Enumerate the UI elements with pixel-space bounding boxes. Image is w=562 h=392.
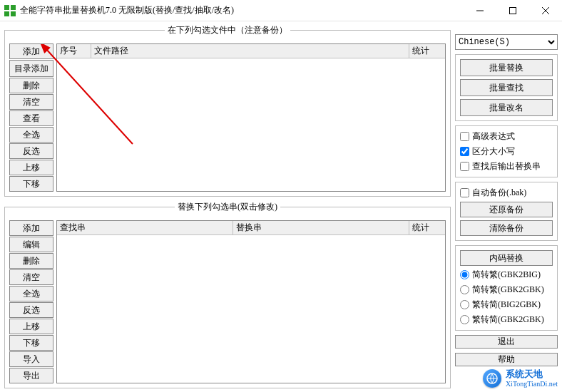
- main-actions-group: 批量替换 批量查找 批量改名: [455, 54, 558, 121]
- enc-gbk2big-input[interactable]: [460, 270, 469, 279]
- clear-backup-button[interactable]: 清除备份: [460, 220, 553, 236]
- strings-col-stat[interactable]: 统计: [409, 221, 445, 234]
- maximize-button[interactable]: [496, 0, 529, 21]
- strings-import-button[interactable]: 导入: [9, 351, 53, 367]
- enc-gbk2big-radio[interactable]: 简转繁(GBK2BIG): [460, 269, 553, 281]
- files-col-seq[interactable]: 序号: [57, 44, 91, 58]
- strings-move-up-button[interactable]: 上移: [9, 319, 53, 334]
- watermark-line2: XiTongTianDi.net: [506, 380, 558, 388]
- exit-help-row: 退出 帮助: [455, 335, 558, 366]
- adv-regex-checkbox[interactable]: 高级表达式: [460, 130, 553, 143]
- case-sensitive-label: 区分大小写: [472, 145, 515, 158]
- auto-backup-label: 自动备份(.bak): [472, 187, 526, 199]
- help-button[interactable]: 帮助: [455, 353, 558, 366]
- language-select[interactable]: Chinese(S): [455, 34, 558, 50]
- enc-big2gbk-label: 繁转简(BIG2GBK): [472, 299, 541, 311]
- strings-invert-button[interactable]: 反选: [9, 302, 53, 318]
- strings-col-find[interactable]: 查找串: [57, 221, 233, 234]
- batch-replace-button[interactable]: 批量替换: [460, 59, 553, 76]
- adv-regex-input[interactable]: [460, 132, 469, 141]
- svg-rect-0: [4, 5, 9, 10]
- files-invert-button[interactable]: 反选: [9, 143, 53, 159]
- exit-button[interactable]: 退出: [455, 335, 558, 349]
- enc-big2gbk-radio[interactable]: 繁转简(BIG2GBK): [460, 299, 553, 311]
- titlebar: 全能字符串批量替换机7.0 无限制版(替换/查找/抽取/改名): [0, 0, 562, 21]
- strings-select-all-button[interactable]: 全选: [9, 286, 53, 301]
- enc-gbk2big-label: 简转繁(GBK2BIG): [472, 269, 541, 281]
- minimize-button[interactable]: [464, 0, 496, 21]
- strings-panel: 替换下列勾选串(双击修改) 添加 编辑 删除 清空 全选 反选 上移 下移 导入…: [4, 201, 451, 388]
- files-move-down-button[interactable]: 下移: [9, 176, 53, 192]
- strings-button-column: 添加 编辑 删除 清空 全选 反选 上移 下移 导入 导出: [9, 220, 53, 383]
- strings-add-button[interactable]: 添加: [9, 220, 53, 236]
- auto-backup-input[interactable]: [460, 188, 469, 197]
- strings-table[interactable]: 查找串 替换串 统计: [56, 220, 446, 383]
- files-col-stat[interactable]: 统计: [409, 44, 445, 58]
- files-clear-button[interactable]: 清空: [9, 94, 53, 110]
- strings-clear-button[interactable]: 清空: [9, 269, 53, 285]
- strings-export-button[interactable]: 导出: [9, 368, 53, 383]
- auto-backup-checkbox[interactable]: 自动备份(.bak): [460, 187, 553, 199]
- files-select-all-button[interactable]: 全选: [9, 127, 53, 143]
- watermark-line1: 系统天地: [506, 369, 558, 379]
- output-after-find-label: 查找后输出替换串: [472, 160, 541, 172]
- close-button[interactable]: [529, 0, 562, 21]
- strings-panel-legend: 替换下列勾选串(双击修改): [175, 201, 280, 213]
- svg-rect-4: [510, 7, 516, 14]
- batch-find-button[interactable]: 批量查找: [460, 79, 553, 96]
- files-move-up-button[interactable]: 上移: [9, 160, 53, 175]
- files-panel: 在下列勾选文件中（注意备份） 添加 目录添加 删除 清空 查看 全选 反选 上移…: [4, 24, 451, 197]
- backup-group: 自动备份(.bak) 还原备份 清除备份: [455, 182, 558, 241]
- restore-backup-button[interactable]: 还原备份: [460, 202, 553, 217]
- enc-gbk2gbk-radio[interactable]: 简转繁(GBK2GBK): [460, 284, 553, 296]
- output-after-find-input[interactable]: [460, 162, 469, 171]
- strings-col-replace[interactable]: 替换串: [233, 221, 409, 234]
- window-controls: [464, 0, 562, 21]
- watermark: 系统天地 XiTongTianDi.net: [483, 369, 558, 388]
- enc-gbk2gbk2-input[interactable]: [460, 315, 469, 324]
- svg-rect-2: [4, 11, 9, 16]
- app-icon: [4, 5, 16, 16]
- watermark-logo-icon: [483, 369, 501, 388]
- files-table-body[interactable]: [57, 58, 445, 191]
- case-sensitive-input[interactable]: [460, 147, 469, 156]
- enc-gbk2gbk2-label: 繁转简(GBK2GBK): [472, 314, 544, 326]
- enc-big2gbk-input[interactable]: [460, 300, 469, 309]
- encoding-replace-button[interactable]: 内码替换: [460, 250, 553, 266]
- enc-gbk2gbk-input[interactable]: [460, 285, 469, 294]
- enc-gbk2gbk2-radio[interactable]: 繁转简(GBK2GBK): [460, 314, 553, 326]
- options-group: 高级表达式 区分大小写 查找后输出替换串: [455, 125, 558, 177]
- svg-rect-3: [11, 11, 16, 16]
- files-add-button[interactable]: 添加: [9, 43, 53, 59]
- strings-table-body[interactable]: [57, 235, 445, 383]
- batch-rename-button[interactable]: 批量改名: [460, 99, 553, 116]
- output-after-find-checkbox[interactable]: 查找后输出替换串: [460, 160, 553, 172]
- files-table[interactable]: 序号 文件路径 统计: [56, 43, 446, 192]
- files-view-button[interactable]: 查看: [9, 110, 53, 126]
- side-panel: Chinese(S) 批量替换 批量查找 批量改名 高级表达式 区分大小写 查找…: [455, 24, 558, 388]
- case-sensitive-checkbox[interactable]: 区分大小写: [460, 145, 553, 158]
- adv-regex-label: 高级表达式: [472, 130, 515, 143]
- files-panel-legend: 在下列勾选文件中（注意备份）: [165, 24, 290, 36]
- svg-rect-1: [11, 5, 16, 10]
- files-delete-button[interactable]: 删除: [9, 78, 53, 93]
- files-add-dir-button[interactable]: 目录添加: [9, 60, 53, 77]
- window-title: 全能字符串批量替换机7.0 无限制版(替换/查找/抽取/改名): [20, 4, 464, 16]
- encoding-group: 内码替换 简转繁(GBK2BIG) 简转繁(GBK2GBK) 繁转简(BIG2G…: [455, 245, 558, 331]
- strings-move-down-button[interactable]: 下移: [9, 335, 53, 351]
- files-col-path[interactable]: 文件路径: [91, 44, 409, 58]
- strings-delete-button[interactable]: 删除: [9, 253, 53, 269]
- strings-edit-button[interactable]: 编辑: [9, 237, 53, 252]
- enc-gbk2gbk-label: 简转繁(GBK2GBK): [472, 284, 544, 296]
- files-button-column: 添加 目录添加 删除 清空 查看 全选 反选 上移 下移: [9, 43, 53, 192]
